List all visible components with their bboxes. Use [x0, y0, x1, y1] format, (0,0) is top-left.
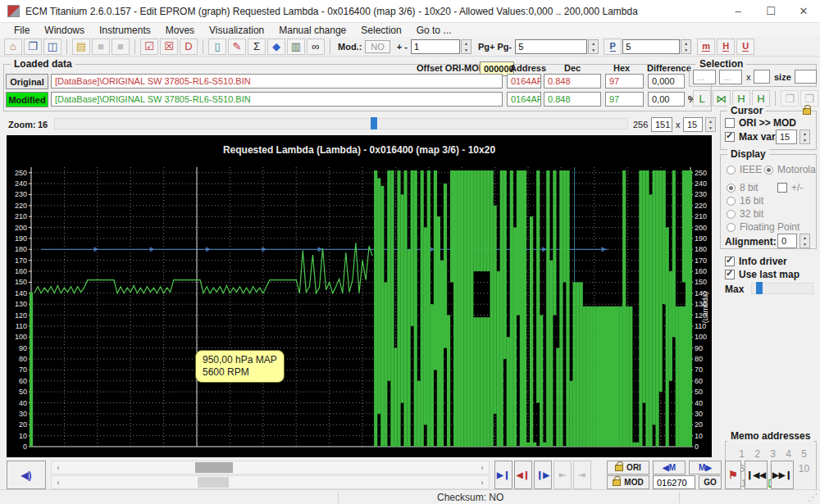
- resize-grip[interactable]: ⋰: [808, 492, 818, 503]
- use-last-map-checkbox[interactable]: Use last map: [725, 269, 800, 280]
- step-input[interactable]: [411, 39, 460, 54]
- memo-address-slot-5[interactable]: 5: [796, 448, 812, 463]
- flag-button[interactable]: ⚑: [725, 461, 741, 489]
- original-row-button[interactable]: Original: [6, 74, 48, 89]
- min-table-icon[interactable]: m: [697, 39, 715, 55]
- ieee-radio[interactable]: IEEE: [727, 164, 762, 175]
- step-next-pair-icon[interactable]: ❙▶: [534, 461, 552, 489]
- previous-map-button[interactable]: ◀M: [653, 461, 686, 474]
- step-back-pair-icon[interactable]: ◀❙: [514, 461, 532, 489]
- open-folder-icon[interactable]: ▤: [72, 39, 90, 55]
- p-value-input[interactable]: [622, 39, 680, 54]
- menu-item-go-to[interactable]: Go to ...: [409, 25, 459, 36]
- selection-field-2[interactable]: ...: [719, 70, 742, 84]
- select-column-icon[interactable]: L: [693, 90, 711, 107]
- report-icon[interactable]: ▥: [287, 39, 305, 55]
- sigma-icon[interactable]: Σ: [248, 39, 266, 55]
- plus-minus-checkbox-box[interactable]: [777, 183, 787, 193]
- floating-point-radio[interactable]: Floating Point: [727, 221, 800, 233]
- menu-item-file[interactable]: File: [7, 25, 37, 36]
- home-icon[interactable]: ⌂: [4, 39, 22, 55]
- first-map-button[interactable]: ❙◀◀: [745, 461, 768, 489]
- scroll-right-arrow-top[interactable]: ›: [476, 461, 489, 474]
- scrollbar-thumb-top[interactable]: [195, 462, 233, 473]
- zoom-width-field[interactable]: 151: [651, 117, 672, 132]
- ieee-radio-circle[interactable]: [727, 166, 736, 175]
- zoom-slider[interactable]: [54, 118, 628, 129]
- table-d-icon[interactable]: D: [180, 39, 198, 55]
- exit-door-icon[interactable]: ▯: [208, 39, 226, 55]
- p-spinner[interactable]: ▲▼: [681, 39, 691, 54]
- ori-mod-checkbox-box[interactable]: [725, 118, 735, 128]
- max-table-icon[interactable]: U: [736, 39, 754, 55]
- maximize-button[interactable]: ☐: [754, 0, 787, 23]
- use-last-map-checkbox-box[interactable]: [725, 270, 735, 279]
- info-driver-checkbox-box[interactable]: [725, 257, 735, 266]
- save-disabled-icon[interactable]: ■: [92, 39, 110, 55]
- split-window-icon[interactable]: ◫: [43, 39, 61, 55]
- max-var-value-field[interactable]: 15: [776, 129, 797, 144]
- map-3d-icon[interactable]: ◆: [267, 39, 285, 55]
- save-as-disabled-icon[interactable]: ■: [112, 39, 130, 55]
- menu-item-windows[interactable]: Windows: [37, 25, 92, 36]
- bit16-radio[interactable]: 16 bit: [727, 195, 763, 207]
- floating-point-radio-circle[interactable]: [727, 223, 736, 232]
- find-binoculars-icon[interactable]: ∞: [307, 39, 325, 55]
- max-var-checkbox-box[interactable]: [725, 132, 735, 142]
- bit32-radio[interactable]: 32 bit: [727, 208, 763, 220]
- motorola-radio-circle[interactable]: [764, 166, 773, 175]
- graph-canvas[interactable]: 0010102020303040405050606070708080909010…: [7, 135, 712, 457]
- alignment-value-field[interactable]: 0: [777, 234, 797, 248]
- scrollbar-thumb-bottom[interactable]: [198, 477, 229, 488]
- plus-minus-checkbox[interactable]: +/-: [777, 182, 803, 193]
- max-var-spinner[interactable]: ▲▼: [800, 129, 810, 144]
- pg-spinner[interactable]: ▲▼: [588, 39, 599, 54]
- speaker-button[interactable]: ◀): [7, 461, 46, 489]
- horizontal-scrollbar-bottom[interactable]: ‹ ›: [51, 475, 490, 489]
- info-driver-checkbox[interactable]: Info driver: [725, 256, 787, 267]
- go-button[interactable]: GO: [699, 475, 722, 489]
- last-map-button[interactable]: ▶▶❙: [771, 461, 794, 489]
- ori-mod-checkbox[interactable]: ORI >> MOD: [725, 117, 796, 129]
- goto-address-input[interactable]: [653, 475, 695, 489]
- motorola-radio[interactable]: Motorola: [764, 164, 816, 175]
- selection-count-field[interactable]: [754, 70, 770, 84]
- zoom-height-field[interactable]: 15: [683, 117, 703, 132]
- cascade-windows-icon[interactable]: ❐: [24, 39, 42, 55]
- half-table-icon[interactable]: H: [717, 39, 735, 55]
- bit8-radio[interactable]: 8 bit: [727, 182, 758, 193]
- selection-field-1[interactable]: ...: [693, 70, 716, 84]
- step-forward-icon[interactable]: ▶❙: [494, 461, 512, 489]
- minimize-button[interactable]: –: [722, 0, 754, 23]
- zoom-slider-thumb[interactable]: [371, 117, 377, 129]
- edit-map-icon[interactable]: ✎: [228, 39, 246, 55]
- table-cancel-icon[interactable]: ☒: [160, 39, 178, 55]
- menu-item-visualization[interactable]: Visualization: [202, 25, 271, 36]
- bit16-radio-circle[interactable]: [727, 197, 736, 206]
- pg-input[interactable]: [515, 39, 587, 54]
- alignment-spinner[interactable]: ▲▼: [800, 234, 810, 248]
- menu-item-manual-change[interactable]: Manual change: [271, 25, 353, 36]
- select-all-icon[interactable]: H: [752, 90, 770, 107]
- selection-size-field[interactable]: [795, 70, 817, 84]
- menu-item-selection[interactable]: Selection: [353, 25, 408, 36]
- bit8-radio-circle[interactable]: [727, 184, 736, 193]
- mod-lock-button[interactable]: MOD: [607, 475, 649, 489]
- close-button[interactable]: ✕: [787, 0, 820, 23]
- menu-item-instruments[interactable]: Instruments: [92, 25, 158, 36]
- scroll-left-arrow-top[interactable]: ‹: [52, 461, 65, 474]
- next-map-button[interactable]: M▶: [689, 461, 722, 474]
- menu-item-moves[interactable]: Moves: [158, 25, 202, 36]
- max-var-checkbox[interactable]: Max var.: [725, 131, 777, 143]
- memo-address-slot-10[interactable]: 10: [796, 463, 812, 478]
- horizontal-scrollbar-top[interactable]: ‹ ›: [51, 461, 490, 474]
- step-spinner[interactable]: ▲▼: [461, 39, 472, 54]
- bit32-radio-circle[interactable]: [727, 210, 736, 219]
- scroll-left-arrow-bottom[interactable]: ‹: [52, 476, 65, 488]
- ori-lock-button[interactable]: ORI: [607, 461, 649, 474]
- modified-row-button[interactable]: Modified: [6, 92, 48, 107]
- max-slider-thumb[interactable]: [756, 282, 763, 294]
- page-table-icon[interactable]: P: [604, 39, 622, 55]
- select-cross-icon[interactable]: ⋈: [713, 90, 731, 107]
- select-row-icon[interactable]: H: [732, 90, 750, 107]
